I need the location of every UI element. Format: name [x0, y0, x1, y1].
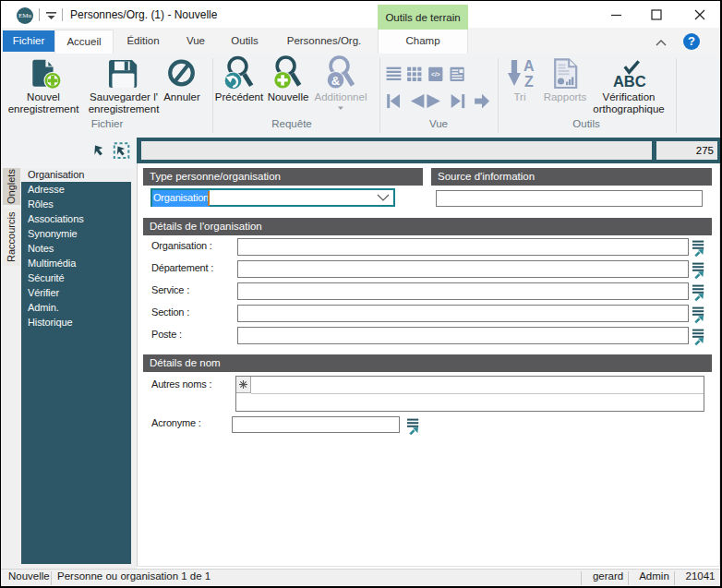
svg-text:A: A	[523, 58, 535, 74]
svg-text:Z: Z	[524, 74, 534, 90]
svg-text:ABC: ABC	[613, 73, 646, 90]
svg-text:&: &	[331, 74, 340, 88]
svg-text:</>: </>	[431, 71, 440, 78]
